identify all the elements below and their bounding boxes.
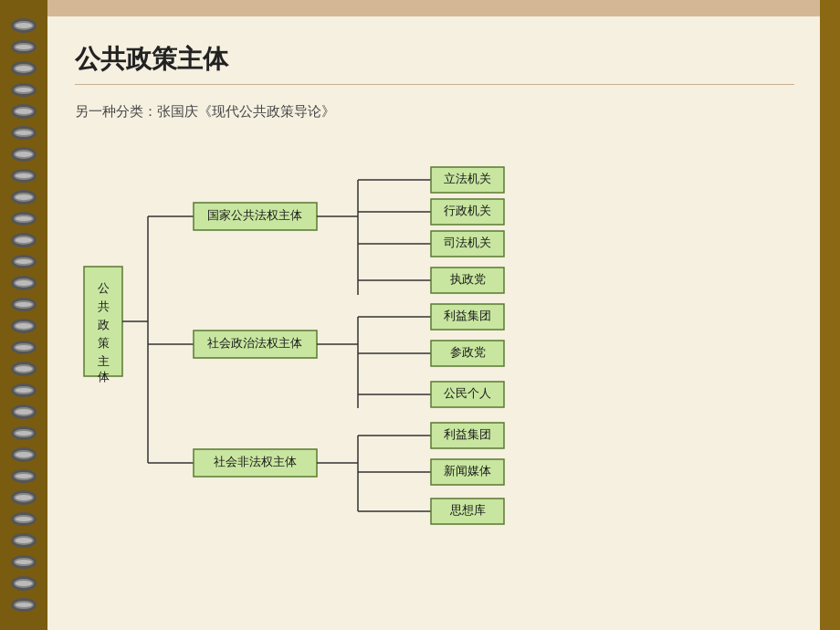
spiral-ring xyxy=(11,362,37,376)
spiral-ring xyxy=(11,40,37,55)
spiral-ring xyxy=(11,83,37,98)
svg-text:策: 策 xyxy=(98,336,110,350)
page-right-border xyxy=(820,0,840,630)
spiral-ring xyxy=(11,276,37,290)
svg-text:公民个人: 公民个人 xyxy=(444,386,491,400)
spiral-ring xyxy=(11,212,37,226)
svg-text:执政党: 执政党 xyxy=(450,272,486,286)
svg-text:利益集团: 利益集团 xyxy=(444,309,491,322)
svg-text:司法机关: 司法机关 xyxy=(444,236,491,249)
svg-text:利益集团: 利益集团 xyxy=(444,427,491,441)
spiral-ring xyxy=(11,233,37,247)
svg-text:体: 体 xyxy=(98,370,110,383)
spiral-ring xyxy=(11,147,37,162)
svg-text:参政党: 参政党 xyxy=(450,345,486,359)
spiral-ring xyxy=(11,190,37,205)
page-subtitle: 另一种分类：张国庆《现代公共政策导论》 xyxy=(75,103,794,121)
spiral-ring xyxy=(11,61,37,76)
org-chart-svg: 公 共 政 策 主 体 xyxy=(75,130,824,541)
spiral-ring xyxy=(11,169,37,184)
svg-text:思想库: 思想库 xyxy=(449,503,486,517)
spiral-ring xyxy=(11,319,37,333)
spiral-ring xyxy=(11,490,37,505)
svg-text:行政机关: 行政机关 xyxy=(444,204,491,217)
spiral-ring xyxy=(11,598,37,613)
svg-text:立法机关: 立法机关 xyxy=(444,172,491,185)
svg-text:政: 政 xyxy=(98,318,110,331)
svg-text:国家公共法权主体: 国家公共法权主体 xyxy=(207,208,302,222)
svg-text:社会非法权主体: 社会非法权主体 xyxy=(214,455,297,468)
spiral-ring xyxy=(11,104,37,119)
spiral-ring xyxy=(11,447,37,462)
title-divider xyxy=(75,84,794,85)
spiral-ring xyxy=(11,341,37,355)
spiral-ring xyxy=(11,383,37,398)
spiral-ring xyxy=(11,576,37,591)
notebook-container: 公共政策主体 另一种分类：张国庆《现代公共政策导论》 公 共 政 策 主 体 xyxy=(0,0,840,630)
spiral-ring xyxy=(11,255,37,269)
svg-text:共: 共 xyxy=(98,299,110,313)
spiral-ring xyxy=(11,298,37,312)
notebook-page: 公共政策主体 另一种分类：张国庆《现代公共政策导论》 公 共 政 策 主 体 xyxy=(47,0,840,630)
svg-text:社会政治法权主体: 社会政治法权主体 xyxy=(207,336,302,350)
spiral-ring xyxy=(11,533,37,548)
spiral-ring xyxy=(11,126,37,141)
page-top-strip xyxy=(47,0,840,16)
spiral-binding xyxy=(0,0,47,630)
spiral-ring xyxy=(11,404,37,419)
spiral-ring xyxy=(11,512,37,527)
svg-text:公: 公 xyxy=(98,281,110,295)
svg-text:新闻媒体: 新闻媒体 xyxy=(444,464,491,478)
spiral-ring xyxy=(11,426,37,441)
diagram-area: 公 共 政 策 主 体 xyxy=(75,130,794,513)
svg-text:主: 主 xyxy=(98,354,110,368)
spiral-ring xyxy=(11,469,37,484)
spiral-ring xyxy=(11,18,37,33)
spiral-ring xyxy=(11,555,37,570)
page-content: 公共政策主体 另一种分类：张国庆《现代公共政策导论》 公 共 政 策 主 体 xyxy=(47,16,840,630)
page-title: 公共政策主体 xyxy=(75,42,794,77)
